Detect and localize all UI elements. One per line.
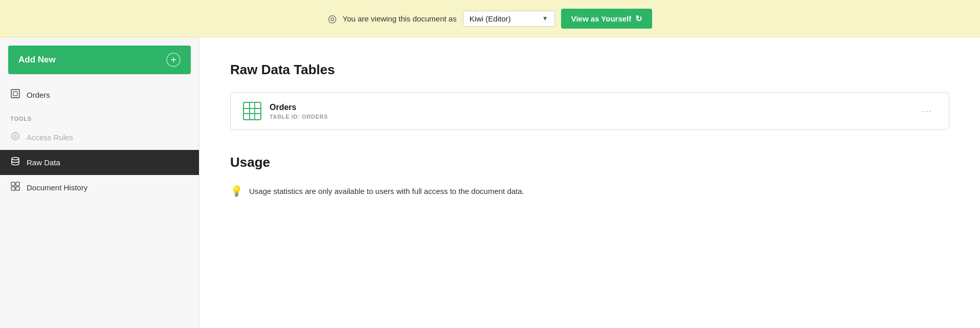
table-name: Orders — [270, 103, 918, 112]
banner-text: You are viewing this document as — [343, 14, 457, 23]
svg-point-3 — [14, 135, 17, 138]
tools-section-label: TOOLS — [0, 107, 199, 125]
sidebar-item-raw-data[interactable]: Raw Data — [0, 150, 199, 175]
sidebar-item-orders[interactable]: Orders — [0, 82, 199, 107]
svg-rect-1 — [13, 92, 17, 96]
sidebar-item-access-rules[interactable]: Access Rules — [0, 125, 199, 150]
view-as-banner: ◎ You are viewing this document as Kiwi … — [0, 0, 980, 37]
svg-rect-9 — [243, 102, 261, 120]
add-new-button[interactable]: Add New + — [8, 46, 191, 74]
access-rules-label: Access Rules — [27, 133, 73, 142]
usage-title: Usage — [230, 155, 949, 170]
svg-rect-6 — [16, 182, 19, 186]
raw-data-tables-title: Raw Data Tables — [230, 62, 949, 78]
chevron-down-icon: ▼ — [542, 15, 548, 22]
refresh-icon: ↻ — [635, 14, 642, 24]
sidebar-item-document-history[interactable]: Document History — [0, 175, 199, 200]
usage-section: Usage 💡 Usage statistics are only availa… — [230, 155, 949, 197]
svg-rect-8 — [16, 187, 19, 190]
document-history-icon — [10, 181, 20, 194]
raw-data-icon — [10, 156, 20, 169]
document-history-label: Document History — [27, 183, 87, 192]
sidebar-orders-label: Orders — [27, 91, 50, 99]
svg-point-2 — [12, 133, 19, 140]
orders-table-card[interactable]: Orders TABLE ID: Orders ··· — [230, 92, 949, 130]
sidebar-nav: Orders TOOLS Access Rules — [0, 78, 199, 328]
table-card-menu-button[interactable]: ··· — [918, 104, 937, 119]
main-layout: Add New + Orders TOOLS — [0, 37, 980, 328]
table-id: TABLE ID: Orders — [270, 114, 918, 120]
table-grid-icon — [243, 102, 261, 120]
svg-point-4 — [12, 158, 19, 160]
svg-rect-0 — [11, 90, 19, 98]
bulb-icon: 💡 — [230, 185, 243, 197]
svg-rect-5 — [11, 182, 15, 186]
table-card-info: Orders TABLE ID: Orders — [270, 103, 918, 120]
selected-user: Kiwi (Editor) — [470, 14, 511, 23]
main-content: Raw Data Tables Orders TABLE ID: Orders … — [199, 37, 980, 328]
plus-icon: + — [166, 53, 181, 67]
access-rules-icon — [10, 131, 20, 144]
eye-icon: ◎ — [328, 12, 337, 25]
svg-rect-7 — [11, 187, 15, 190]
usage-note-text: Usage statistics are only available to u… — [249, 187, 524, 195]
view-as-yourself-button[interactable]: View as Yourself ↻ — [561, 9, 653, 29]
sidebar: Add New + Orders TOOLS — [0, 37, 199, 328]
user-role-dropdown[interactable]: Kiwi (Editor) ▼ — [463, 11, 555, 27]
add-new-label: Add New — [18, 55, 56, 65]
orders-icon — [10, 89, 20, 101]
view-as-yourself-label: View as Yourself — [571, 14, 632, 23]
usage-note: 💡 Usage statistics are only available to… — [230, 185, 949, 197]
raw-data-label: Raw Data — [27, 158, 60, 167]
